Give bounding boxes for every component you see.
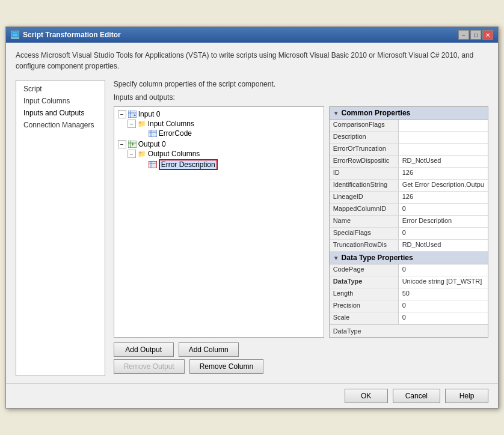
prop-row-length: Length 50	[330, 288, 488, 300]
prop-row-name: Name Error Description	[330, 216, 488, 228]
prop-row-id: ID 126	[330, 168, 488, 180]
window-icon	[11, 31, 19, 39]
tree-node-inputcols[interactable]: − 📁 Input Columns	[128, 119, 321, 129]
outputcols-icon: 📁	[137, 150, 147, 158]
tree-panel[interactable]: − Input 0	[114, 106, 324, 338]
tree-node-errorcode[interactable]: ErrorCode	[138, 129, 321, 138]
help-button[interactable]: Help	[445, 389, 488, 403]
sidebar-item-input-columns[interactable]: Input Columns	[16, 95, 105, 107]
tree-node-errordesc[interactable]: Error Description	[138, 159, 321, 171]
datatype-properties-header: ▼ Data Type Properties	[330, 252, 488, 264]
expander-input0[interactable]: −	[118, 110, 126, 118]
svg-rect-2	[128, 111, 137, 118]
tree-node-outputcols[interactable]: − 📁 Output Columns	[128, 149, 321, 159]
tree-node-outputcols-label: Output Columns	[148, 150, 200, 158]
tree-node-output0[interactable]: − Output 0	[118, 139, 321, 149]
add-output-button[interactable]: Add Output	[114, 342, 174, 357]
right-panel: Specify column properties of the script …	[114, 80, 488, 376]
prop-row-comparisionflags: ComparisonFlags	[330, 120, 488, 132]
dialog-footer: OK Cancel Help	[6, 383, 498, 408]
common-header-label: Common Properties	[342, 109, 411, 117]
errorcode-icon	[148, 129, 158, 138]
prop-row-truncrowdisp: TruncationRowDis RD_NotUsed	[330, 240, 488, 252]
prop-row-errorortruncation: ErrorOrTruncation	[330, 144, 488, 156]
prop-row-scale: Scale 0	[330, 312, 488, 324]
tree-node-inputcols-label: Input Columns	[148, 120, 194, 128]
restore-button[interactable]: □	[470, 30, 481, 40]
prop-row-description: Description	[330, 132, 488, 144]
dialog-body: Access Microsoft Visual Studio Tools for…	[6, 43, 498, 383]
datatype-toggle-icon[interactable]: ▼	[333, 255, 339, 261]
cancel-button[interactable]: Cancel	[393, 389, 440, 403]
inputcols-icon: 📁	[137, 120, 147, 128]
prop-row-specialflags: SpecialFlags 0	[330, 228, 488, 240]
tree-node-input0-label: Input 0	[138, 110, 161, 118]
io-label: Inputs and outputs:	[114, 93, 488, 102]
datatype-footer: DataType	[330, 324, 488, 337]
close-button[interactable]: ✕	[482, 30, 493, 40]
prop-row-precision: Precision 0	[330, 300, 488, 312]
svg-rect-0	[12, 32, 18, 37]
tree-node-errordesc-label: Error Description	[159, 159, 218, 170]
prop-row-errorrowdisp: ErrorRowDispositic RD_NotUsed	[330, 156, 488, 168]
common-properties-header: ▼ Common Properties	[330, 107, 488, 120]
prop-row-identstring: IdentificationString Get Error Descripti…	[330, 180, 488, 192]
ok-button[interactable]: OK	[345, 389, 388, 403]
header-description: Access Microsoft Visual Studio Tools for…	[16, 50, 488, 71]
add-column-button[interactable]: Add Column	[179, 342, 239, 357]
svg-rect-6	[149, 130, 157, 137]
title-bar: Script Transformation Editor − □ ✕	[6, 27, 498, 43]
output0-icon	[128, 140, 137, 148]
minimize-button[interactable]: −	[458, 30, 469, 40]
sidebar-item-script[interactable]: Script	[16, 83, 105, 95]
properties-panel: ▼ Common Properties ComparisonFlags Desc…	[329, 106, 488, 338]
panel-title: Specify column properties of the script …	[114, 80, 488, 88]
tree-node-output0-label: Output 0	[138, 140, 166, 148]
tree-node-errorcode-label: ErrorCode	[159, 129, 192, 138]
action-buttons-row2: Remove Output Remove Column	[114, 359, 488, 374]
window-title: Script Transformation Editor	[23, 31, 121, 39]
prop-row-mappedcolid: MappedColumnID 0	[330, 204, 488, 216]
tree-node-input0[interactable]: − Input 0	[118, 109, 321, 119]
remove-column-button[interactable]: Remove Column	[189, 359, 263, 374]
main-content: Script Input Columns Inputs and Outputs …	[16, 80, 488, 376]
sidebar-item-connection-managers[interactable]: Connection Managers	[16, 119, 105, 131]
datatype-header-label: Data Type Properties	[342, 254, 413, 262]
expander-outputcols[interactable]: −	[128, 150, 136, 158]
sidebar: Script Input Columns Inputs and Outputs …	[16, 80, 105, 376]
prop-row-lineageid: LineageID 126	[330, 192, 488, 204]
prop-row-codepage: CodePage 0	[330, 264, 488, 276]
dialog-window: Script Transformation Editor − □ ✕ Acces…	[5, 26, 499, 409]
svg-rect-13	[149, 161, 157, 168]
input0-icon	[128, 110, 137, 118]
remove-output-button[interactable]: Remove Output	[114, 359, 185, 374]
errordesc-icon	[148, 160, 158, 169]
expander-inputcols[interactable]: −	[128, 120, 136, 128]
prop-row-datatype: DataType Unicode string [DT_WSTR]	[330, 276, 488, 288]
common-toggle-icon[interactable]: ▼	[333, 110, 339, 117]
io-section: − Input 0	[114, 106, 488, 338]
sidebar-item-inputs-outputs[interactable]: Inputs and Outputs	[16, 107, 105, 119]
expander-output0[interactable]: −	[118, 140, 126, 148]
action-buttons-row1: Add Output Add Column	[114, 342, 488, 357]
